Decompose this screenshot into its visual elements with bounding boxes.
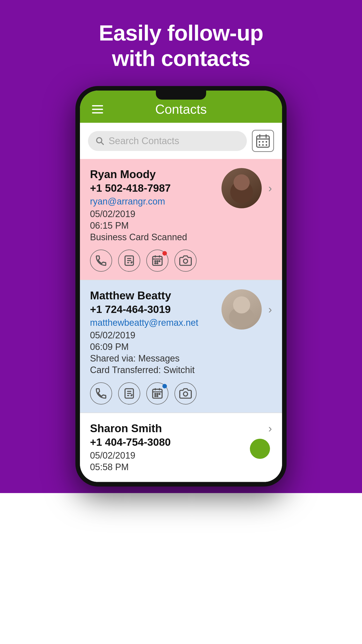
hero-line1: Easily follow-up [99, 20, 263, 46]
ryan-moody-actions [90, 250, 272, 272]
camera-icon-2 [179, 387, 192, 400]
hamburger-line1 [92, 105, 103, 106]
ryan-moody-phone: +1 502-418-7987 [90, 182, 221, 194]
svg-point-23 [155, 263, 156, 264]
matthew-beatty-note2: Card Transferred: Switchit [90, 365, 221, 375]
sharon-smith-avatar-wrap: › [266, 422, 272, 435]
svg-point-7 [262, 141, 264, 143]
calendar-icon [151, 254, 164, 267]
svg-point-25 [184, 259, 188, 263]
search-input-container[interactable]: Search Contacts [88, 131, 247, 151]
svg-point-24 [157, 263, 158, 264]
svg-point-8 [266, 141, 267, 143]
matthew-beatty-note1: Shared via: Messages [90, 353, 221, 364]
svg-point-10 [262, 144, 264, 146]
ryan-moody-note: Business Card Scanned [90, 232, 221, 243]
ryan-phone-button[interactable] [90, 250, 112, 272]
contact-card-sharon-smith: Sharon Smith +1 404-754-3080 05/02/2019 … [80, 413, 282, 482]
app-title: Contacts [155, 102, 207, 117]
phone-frame: Contacts Search Contacts [75, 86, 287, 487]
sharon-smith-info: Sharon Smith +1 404-754-3080 05/02/2019 … [90, 422, 266, 473]
search-icon [95, 136, 105, 146]
ryan-moody-avatar [221, 168, 262, 208]
calendar-icon-2 [151, 387, 164, 400]
phone-icon-2 [95, 387, 107, 400]
matthew-calendar-badge [162, 384, 167, 388]
svg-point-6 [259, 141, 260, 143]
calendar-view-button[interactable] [252, 130, 274, 152]
hamburger-line2 [92, 109, 103, 110]
ryan-camera-button[interactable] [174, 250, 197, 272]
svg-point-11 [266, 144, 267, 146]
ryan-calendar-button[interactable] [146, 250, 168, 272]
matthew-beatty-time: 06:09 PM [90, 342, 221, 352]
matthew-camera-button[interactable] [174, 382, 197, 405]
contact-card-matthew-beatty: Matthew Beatty +1 724-464-3019 matthewbe… [80, 280, 282, 413]
ryan-moody-time: 06:15 PM [90, 220, 221, 231]
matthew-beatty-info: Matthew Beatty +1 724-464-3019 matthewbe… [90, 289, 221, 376]
sharon-smith-date: 05/02/2019 [90, 450, 266, 461]
ryan-moody-avatar-wrap: › [221, 168, 272, 208]
matthew-beatty-avatar-wrap: › [221, 289, 272, 330]
sharon-smith-chevron[interactable]: › [268, 422, 272, 435]
svg-point-35 [157, 393, 158, 394]
ryan-moody-email: ryan@arrangr.com [90, 196, 221, 207]
matthew-notes-button[interactable] [118, 382, 140, 405]
svg-point-36 [159, 393, 160, 394]
ryan-notes-button[interactable] [118, 250, 140, 272]
svg-point-34 [155, 393, 156, 394]
ryan-moody-info: Ryan Moody +1 502-418-7987 ryan@arrangr.… [90, 168, 221, 244]
camera-icon [179, 254, 192, 267]
matthew-beatty-chevron[interactable]: › [268, 303, 272, 316]
notes-icon-2 [123, 387, 135, 400]
matthew-beatty-avatar [221, 289, 262, 330]
contact-card-ryan-moody: Ryan Moody +1 502-418-7987 ryan@arrangr.… [80, 159, 282, 280]
matthew-beatty-date: 05/02/2019 [90, 330, 221, 341]
phone-icon [95, 254, 107, 267]
hero-heading: Easily follow-up with contacts [99, 20, 263, 71]
sharon-smith-time: 05:58 PM [90, 462, 266, 472]
phone-notch [156, 91, 206, 100]
ryan-moody-chevron[interactable]: › [268, 182, 272, 194]
matthew-beatty-name: Matthew Beatty [90, 289, 221, 302]
matthew-beatty-email: matthewbeatty@remax.net [90, 317, 221, 328]
svg-point-20 [155, 261, 156, 262]
svg-point-39 [184, 392, 188, 396]
notes-icon [123, 254, 135, 267]
sharon-smith-phone: +1 404-754-3080 [90, 436, 266, 448]
svg-point-9 [259, 144, 260, 146]
matthew-beatty-actions [90, 382, 272, 405]
sharon-green-indicator [250, 439, 270, 459]
ryan-calendar-badge [162, 251, 167, 256]
svg-point-37 [155, 396, 156, 397]
hamburger-menu-button[interactable] [92, 105, 103, 113]
svg-point-38 [157, 396, 158, 397]
search-bar-row: Search Contacts [80, 123, 282, 159]
ryan-moody-name: Ryan Moody [90, 168, 221, 181]
svg-line-1 [101, 142, 104, 145]
sharon-smith-name: Sharon Smith [90, 422, 266, 435]
svg-point-21 [157, 261, 158, 262]
phone-screen: Contacts Search Contacts [80, 91, 282, 482]
hero-line2: with contacts [99, 46, 263, 71]
search-placeholder: Search Contacts [109, 136, 179, 146]
svg-point-22 [159, 261, 160, 262]
matthew-phone-button[interactable] [90, 382, 112, 405]
ryan-moody-date: 05/02/2019 [90, 209, 221, 219]
matthew-beatty-phone: +1 724-464-3019 [90, 303, 221, 315]
hamburger-line3 [92, 112, 103, 113]
calendar-grid-icon [255, 133, 270, 148]
matthew-calendar-button[interactable] [146, 382, 168, 405]
